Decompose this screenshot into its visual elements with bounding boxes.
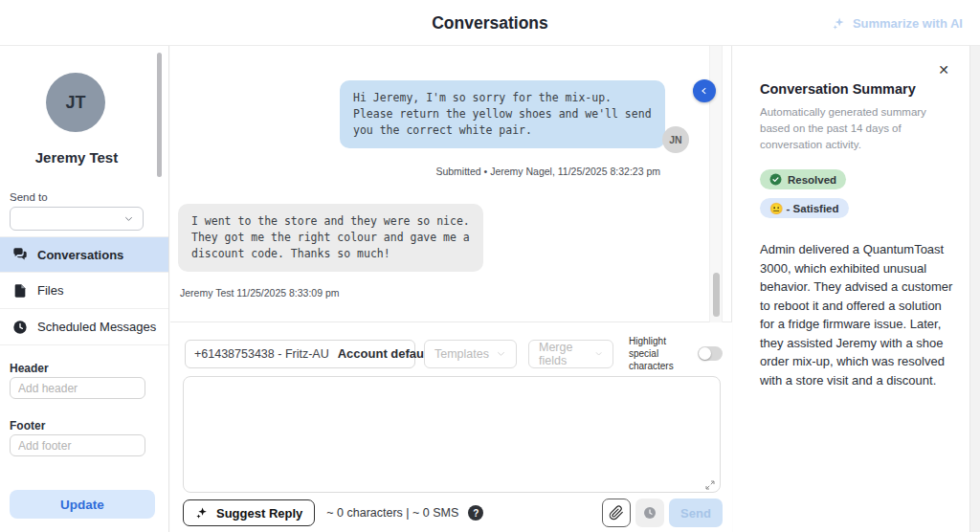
sender-select[interactable]: +61438753438 - Fritz-AU Account default: [185, 340, 415, 368]
sidebar-item-conversations[interactable]: Conversations: [0, 236, 168, 273]
sparkle-icon: [832, 16, 846, 31]
sidebar-item-files[interactable]: Files: [0, 273, 168, 309]
footer-input[interactable]: [10, 434, 145, 456]
conversation-summary-panel: ✕ Conversation Summary Automatically gen…: [733, 46, 969, 532]
templates-select[interactable]: Templates: [424, 340, 517, 368]
message-bubble-inbound: I went to the store and they were so nic…: [178, 204, 483, 272]
send-button[interactable]: Send: [669, 499, 723, 527]
clock-icon: [12, 320, 28, 335]
merge-fields-label: Merge fields: [539, 341, 594, 367]
header-input[interactable]: [10, 377, 145, 399]
header-field-label: Header: [10, 362, 49, 375]
character-count: ~ 0 characters | ~ 0 SMS: [326, 506, 458, 520]
footer-field-label: Footer: [10, 419, 45, 432]
highlight-special-characters-label: Highlight special characters: [629, 335, 680, 372]
panel-title: Conversation Summary: [760, 81, 916, 97]
message-meta: Jeremy Test 11/25/2025 8:33:09 pm: [180, 287, 340, 299]
chat-column: Hi Jeremy, I'm so sorry for the mix-up. …: [170, 46, 732, 532]
sidebar-item-label: Scheduled Messages: [37, 320, 156, 334]
badge-label: 😐 - Satisfied: [769, 202, 839, 215]
sidebar: JT Jeremy Test Send to Conversations Fil…: [0, 46, 169, 532]
window-scrollbar-gutter: [969, 46, 980, 532]
sender-account: Account default: [338, 346, 432, 361]
toggle-knob: [699, 347, 711, 360]
paperclip-icon: [609, 505, 624, 521]
chevron-left-icon: [700, 86, 709, 96]
status-badges: Resolved 😐 - Satisfied: [760, 169, 849, 218]
app-window: Conversations Summarize with AI JT Jerem…: [0, 0, 980, 532]
contact-name: Jeremy Test: [0, 149, 153, 166]
sender-number: +61438753438 - Fritz-AU: [194, 347, 329, 361]
collapse-panel-button[interactable]: [693, 79, 716, 102]
avatar: JN: [662, 126, 689, 153]
badge-label: Resolved: [788, 174, 836, 186]
file-icon: [12, 283, 28, 299]
messages-scrollbar[interactable]: [713, 273, 720, 317]
clock-icon: [642, 505, 657, 521]
message-bubble-outbound: Hi Jeremy, I'm so sorry for the mix-up. …: [340, 80, 665, 148]
close-icon[interactable]: ✕: [938, 63, 949, 77]
chevron-down-icon: [496, 348, 506, 359]
sidebar-item-label: Conversations: [37, 248, 123, 262]
send-to-select[interactable]: [10, 207, 144, 231]
composer-actions: Suggest Reply ~ 0 characters | ~ 0 SMS ?…: [183, 499, 723, 527]
app-header: Conversations Summarize with AI: [0, 0, 980, 46]
summarize-with-ai-label: Summarize with AI: [853, 16, 963, 31]
avatar: JT: [46, 73, 105, 132]
merge-fields-select[interactable]: Merge fields: [528, 340, 613, 368]
sidebar-nav: Conversations Files Scheduled Messages: [0, 236, 168, 345]
check-circle-icon: [769, 173, 782, 186]
suggest-reply-button[interactable]: Suggest Reply: [183, 499, 315, 526]
update-button[interactable]: Update: [10, 490, 155, 519]
send-to-label: Send to: [10, 191, 48, 203]
messages-area: Hi Jeremy, I'm so sorry for the mix-up. …: [170, 46, 732, 322]
highlight-special-characters-toggle[interactable]: [698, 346, 723, 361]
expand-textarea-icon[interactable]: [704, 477, 716, 489]
summarize-with-ai-button[interactable]: Summarize with AI: [832, 0, 963, 46]
sidebar-item-label: Files: [37, 283, 63, 298]
templates-label: Templates: [434, 347, 489, 361]
message-meta: Submitted • Jeremy Nagel, 11/25/2025 8:3…: [170, 166, 660, 177]
schedule-send-button[interactable]: [635, 499, 664, 527]
sparkle-icon: [195, 506, 209, 520]
chat-bubbles-icon: [12, 247, 28, 262]
status-badge-satisfied: 😐 - Satisfied: [760, 198, 849, 218]
panel-description: Automatically generated summary based on…: [760, 104, 947, 153]
status-badge-resolved: Resolved: [760, 169, 846, 189]
chevron-down-icon: [123, 213, 134, 224]
chevron-down-icon: [594, 348, 603, 359]
send-controls: Send: [602, 499, 723, 527]
sidebar-scrollbar[interactable]: [157, 53, 162, 177]
attach-file-button[interactable]: [602, 499, 631, 527]
help-icon[interactable]: ?: [468, 505, 483, 521]
composer-toolbar: +61438753438 - Fritz-AU Account default …: [185, 335, 723, 372]
sidebar-item-scheduled-messages[interactable]: Scheduled Messages: [0, 309, 168, 345]
summary-text: Admin delivered a QuantumToast 3000, whi…: [760, 240, 953, 389]
message-input[interactable]: [183, 376, 721, 493]
suggest-reply-label: Suggest Reply: [216, 506, 302, 521]
message-composer: +61438753438 - Fritz-AU Account default …: [170, 322, 732, 532]
